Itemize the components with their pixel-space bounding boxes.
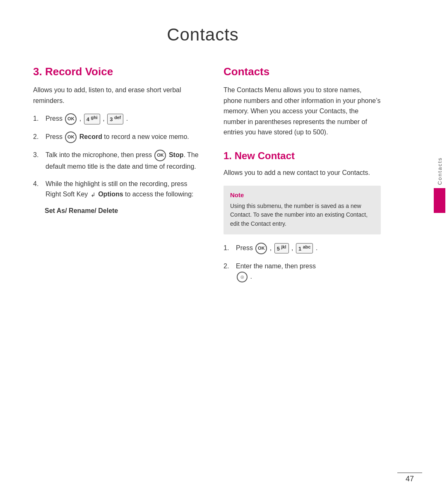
softkey-arrow-icon: ↲ — [91, 190, 96, 199]
page-number: 47 — [406, 475, 414, 483]
page-title: Contacts — [33, 25, 372, 45]
left-steps-list: 1. Press OK , 4 ghi , 3 def . 2. — [33, 113, 199, 200]
step1-press-label: Press — [46, 115, 64, 122]
right-steps-list: 1. Press OK , 5 jkl , 1 abc . 2. — [223, 243, 381, 282]
ok-button-icon-r1: OK — [255, 243, 267, 254]
note-box: Note Using this submenu, the number is s… — [223, 186, 381, 234]
left-step-2: 2. Press OK Record to record a new voice… — [33, 131, 199, 143]
left-section-heading: 3. Record Voice — [33, 65, 199, 78]
set-as-label: Set As/ Rename/ Delete — [45, 207, 199, 215]
options-label: Options — [98, 191, 123, 198]
step-num-3: 3. — [33, 150, 43, 172]
left-step-4: 4. While the highlight is still on the r… — [33, 179, 199, 200]
page-title-area: Contacts — [33, 25, 414, 45]
step-num-2: 2. — [33, 131, 43, 143]
r-step1-comma-1: , — [270, 244, 274, 251]
sidebar-tab: Contacts — [432, 157, 447, 213]
right-step-content-2: Enter the name, then press ◎ . — [236, 261, 381, 282]
step1-comma-1: , — [79, 115, 83, 122]
step-num-1: 1. — [33, 113, 43, 125]
right-step-1: 1. Press OK , 5 jkl , 1 abc . — [223, 243, 381, 254]
step1-period: . — [126, 115, 128, 122]
page-divider — [397, 473, 422, 473]
ok-button-icon-1: OK — [65, 113, 77, 125]
r-step2-period: . — [250, 273, 252, 280]
right-step-num-1: 1. — [223, 243, 233, 254]
right-section-description: The Contacts Menu allows you to store na… — [223, 85, 381, 138]
new-contact-heading: 1. New Contact — [223, 150, 381, 162]
left-step-3: 3. Talk into the microphone, then press … — [33, 150, 199, 172]
step1-comma-2: , — [103, 115, 106, 122]
left-column: 3. Record Voice Allows you to add, liste… — [33, 65, 199, 290]
step-num-4: 4. — [33, 179, 43, 200]
sidebar-tab-bar — [434, 188, 445, 213]
r-step1-comma-2: , — [291, 244, 295, 251]
r-step1-press: Press — [236, 244, 255, 251]
new-contact-description: Allows you to add a new contact to your … — [223, 167, 381, 178]
stop-label: Stop — [169, 151, 184, 158]
step-content-2: Press OK Record to record a new voice me… — [46, 131, 199, 143]
main-content: 3. Record Voice Allows you to add, liste… — [33, 65, 414, 290]
key-1abc: 1 abc — [296, 243, 313, 254]
right-step-2: 2. Enter the name, then press ◎ . — [223, 261, 381, 282]
note-label: Note — [230, 191, 374, 198]
right-step-num-2: 2. — [223, 261, 233, 282]
right-step-content-1: Press OK , 5 jkl , 1 abc . — [236, 243, 381, 254]
left-step-1: 1. Press OK , 4 ghi , 3 def . — [33, 113, 199, 125]
key-3def: 3 def — [107, 114, 123, 124]
sidebar-tab-label: Contacts — [437, 157, 443, 185]
ok-button-icon-3: OK — [154, 150, 166, 161]
step-content-1: Press OK , 4 ghi , 3 def . — [46, 113, 199, 125]
r-step1-period: . — [316, 244, 317, 251]
record-label: Record — [79, 133, 102, 140]
ok-button-icon-2: OK — [65, 131, 77, 143]
page-container: Contacts 3. Record Voice Allows you to a… — [0, 0, 447, 504]
note-text: Using this submenu, the number is saved … — [230, 202, 374, 229]
left-section-description: Allows you to add, listen to, and erase … — [33, 85, 199, 106]
key-5jkl: 5 jkl — [274, 243, 289, 254]
right-section-heading: Contacts — [223, 65, 381, 78]
step-content-4: While the highlight is still on the reco… — [46, 179, 199, 200]
right-column: Contacts The Contacts Menu allows you to… — [223, 65, 414, 290]
key-4ghi: 4 ghi — [84, 114, 100, 124]
nav-circle-icon: ◎ — [237, 272, 248, 282]
step-content-3: Talk into the microphone, then press OK … — [46, 150, 199, 172]
